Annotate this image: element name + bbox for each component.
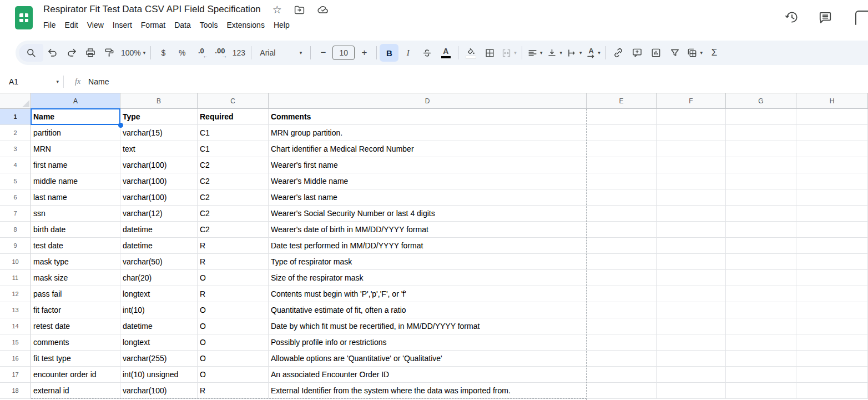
cell-D13[interactable]: Quantitative estimate of fit, often a ra… — [269, 302, 587, 318]
cell-D2[interactable]: MRN group partition. — [269, 125, 587, 141]
text-rotation-button[interactable]: A ▾ — [584, 44, 603, 62]
cell-H2[interactable] — [796, 125, 868, 141]
cell-C17[interactable]: O — [198, 367, 269, 383]
cell-A2[interactable]: partition — [31, 125, 120, 141]
row-header-6[interactable]: 6 — [0, 189, 31, 206]
cell-E2[interactable] — [587, 125, 657, 141]
insert-link-button[interactable] — [609, 44, 628, 62]
undo-icon[interactable] — [43, 44, 62, 62]
cell-H6[interactable] — [796, 189, 868, 206]
italic-button[interactable]: I — [398, 44, 417, 62]
cell-D8[interactable]: Wearer's date of birth in MM/DD/YYYY for… — [269, 222, 587, 238]
insert-comment-button[interactable] — [628, 44, 647, 62]
cell-B2[interactable]: varchar(15) — [120, 125, 198, 141]
functions-button[interactable]: Σ — [705, 44, 724, 62]
column-header-F[interactable]: F — [657, 93, 726, 109]
cell-B7[interactable]: varchar(12) — [120, 206, 198, 222]
cell-C10[interactable]: R — [198, 254, 269, 270]
cell-F13[interactable] — [657, 302, 726, 318]
cell-B12[interactable]: longtext — [120, 286, 198, 302]
zoom-select[interactable]: 100% ▾ — [119, 44, 148, 62]
cell-H12[interactable] — [796, 286, 868, 302]
cell-B5[interactable]: varchar(100) — [120, 173, 198, 189]
horizontal-align-button[interactable]: ▾ — [525, 44, 545, 62]
cell-G18[interactable] — [726, 383, 796, 399]
bold-button[interactable]: B — [380, 44, 398, 62]
cell-F15[interactable] — [657, 334, 726, 351]
cell-G12[interactable] — [726, 286, 796, 302]
cell-F16[interactable] — [657, 351, 726, 367]
row-header-13[interactable]: 13 — [0, 302, 31, 318]
cell-H7[interactable] — [796, 206, 868, 222]
cell-F6[interactable] — [657, 189, 726, 206]
font-size-input[interactable]: 10 — [332, 46, 355, 60]
strikethrough-button[interactable] — [417, 44, 436, 62]
cell-D11[interactable]: Size of the respirator mask — [269, 270, 587, 286]
menu-data[interactable]: Data — [170, 19, 195, 31]
cell-H18[interactable] — [796, 383, 868, 399]
cell-D14[interactable]: Date by which fit must be recertified, i… — [269, 318, 587, 334]
cell-F8[interactable] — [657, 222, 726, 238]
cell-F14[interactable] — [657, 318, 726, 334]
cell-B4[interactable]: varchar(100) — [120, 157, 198, 173]
cloud-status-icon[interactable] — [317, 3, 329, 16]
meet-icon-partial[interactable] — [855, 9, 868, 26]
cell-D6[interactable]: Wearer's last name — [269, 189, 587, 206]
cell-C15[interactable]: O — [198, 334, 269, 351]
cell-C16[interactable]: O — [198, 351, 269, 367]
cell-D9[interactable]: Date test performed in MM/DD/YYYY format — [269, 238, 587, 254]
cell-H16[interactable] — [796, 351, 868, 367]
cell-B17[interactable]: int(10) unsigned — [120, 367, 198, 383]
column-header-H[interactable]: H — [796, 93, 868, 109]
cell-C4[interactable]: C2 — [198, 157, 269, 173]
cell-E15[interactable] — [587, 334, 657, 351]
cell-G16[interactable] — [726, 351, 796, 367]
row-header-7[interactable]: 7 — [0, 206, 31, 222]
cell-C6[interactable]: C2 — [198, 189, 269, 206]
row-header-18[interactable]: 18 — [0, 383, 31, 399]
cell-B18[interactable]: varchar(100) — [120, 383, 198, 399]
menu-edit[interactable]: Edit — [60, 19, 83, 31]
menu-tools[interactable]: Tools — [195, 19, 223, 31]
cell-H8[interactable] — [796, 222, 868, 238]
cell-H4[interactable] — [796, 157, 868, 173]
more-formats-button[interactable]: 123 — [229, 44, 248, 62]
text-wrap-button[interactable]: ▾ — [564, 44, 584, 62]
cell-D16[interactable]: Allowable options are 'Quantitative' or … — [269, 351, 587, 367]
cell-E16[interactable] — [587, 351, 657, 367]
column-header-B[interactable]: B — [120, 93, 198, 109]
cell-E11[interactable] — [587, 270, 657, 286]
cell-G6[interactable] — [726, 189, 796, 206]
cell-E9[interactable] — [587, 238, 657, 254]
cell-D7[interactable]: Wearer's Social Security Number or last … — [269, 206, 587, 222]
version-history-icon[interactable] — [785, 10, 799, 24]
cell-F2[interactable] — [657, 125, 726, 141]
fill-color-button[interactable] — [461, 44, 480, 62]
cell-D18[interactable]: External Identifier from the system wher… — [269, 383, 587, 399]
cell-D4[interactable]: Wearer's first name — [269, 157, 587, 173]
document-title[interactable]: Respirator Fit Test Data CSV API Field S… — [43, 4, 261, 15]
comments-icon[interactable] — [818, 10, 832, 24]
cell-A3[interactable]: MRN — [31, 141, 120, 157]
cell-A15[interactable]: comments — [31, 334, 120, 351]
row-header-2[interactable]: 2 — [0, 125, 31, 141]
row-header-1[interactable]: 1 — [0, 109, 31, 125]
insert-table-button[interactable]: ▾ — [684, 44, 705, 62]
decrease-decimal-button[interactable]: .0← — [191, 44, 210, 62]
cell-B10[interactable]: varchar(50) — [120, 254, 198, 270]
font-select[interactable]: Arial ▾ — [254, 44, 307, 62]
cell-G2[interactable] — [726, 125, 796, 141]
vertical-align-button[interactable]: ▾ — [544, 44, 564, 62]
cell-H1[interactable] — [796, 109, 868, 125]
cell-F5[interactable] — [657, 173, 726, 189]
cell-E14[interactable] — [587, 318, 657, 334]
cell-F9[interactable] — [657, 238, 726, 254]
cell-G5[interactable] — [726, 173, 796, 189]
cell-G3[interactable] — [726, 141, 796, 157]
cell-E4[interactable] — [587, 157, 657, 173]
cell-C11[interactable]: O — [198, 270, 269, 286]
cell-C3[interactable]: C1 — [198, 141, 269, 157]
create-filter-button[interactable] — [665, 44, 684, 62]
name-box[interactable]: A1 ▾ — [0, 77, 59, 86]
cell-C1[interactable]: Required — [198, 109, 269, 125]
